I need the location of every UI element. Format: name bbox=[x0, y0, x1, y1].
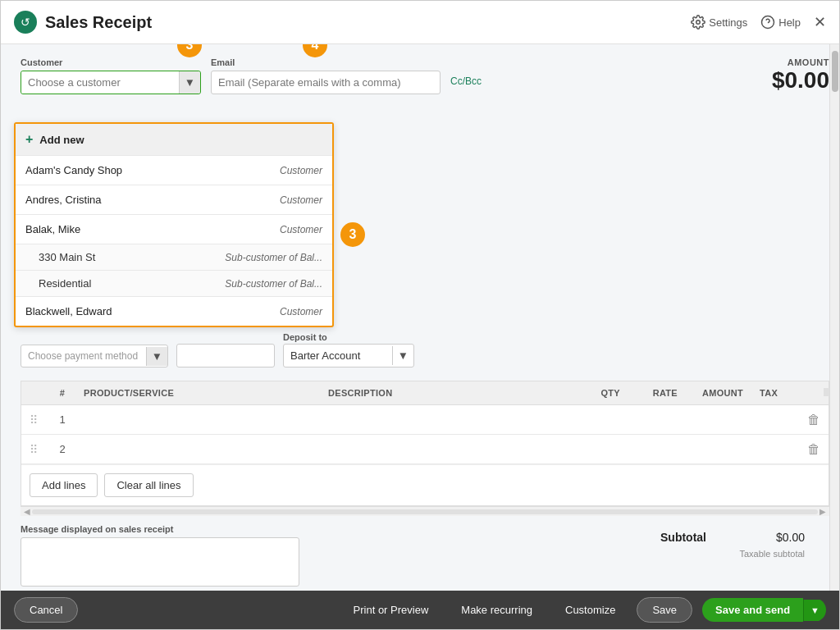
message-label: Message displayed on sales receipt bbox=[21, 524, 299, 534]
drag-handle[interactable]: ⠿ bbox=[21, 413, 46, 427]
svg-point-0 bbox=[696, 21, 701, 25]
amount-cell bbox=[692, 441, 758, 458]
save-button[interactable]: Save bbox=[637, 597, 692, 623]
trash-icon: 🗑 bbox=[807, 413, 820, 427]
col-product-header: PRODUCT/SERVICE bbox=[79, 381, 323, 404]
payment-method-text: Choose payment method bbox=[21, 345, 146, 367]
email-label: Email bbox=[211, 57, 441, 67]
col-amount-header: AMOUNT bbox=[682, 381, 748, 404]
customer-field[interactable]: ▼ bbox=[21, 71, 201, 94]
vertical-scrollbar[interactable] bbox=[829, 44, 839, 591]
settings-button[interactable]: Settings bbox=[691, 15, 747, 30]
deposit-account-dropdown-button[interactable]: ▼ bbox=[392, 346, 413, 365]
deposit-label: Deposit to bbox=[283, 332, 327, 342]
horizontal-scrollbar[interactable]: ◀ ▶ bbox=[21, 506, 829, 516]
close-button[interactable]: ✕ bbox=[814, 13, 826, 31]
dropdown-item[interactable]: Adam's Candy Shop Customer bbox=[16, 155, 332, 185]
make-recurring-button[interactable]: Make recurring bbox=[450, 598, 544, 622]
help-label: Help bbox=[778, 16, 801, 29]
ref-number-input[interactable] bbox=[176, 344, 275, 368]
message-input[interactable] bbox=[21, 537, 299, 587]
product-cell[interactable] bbox=[79, 441, 328, 458]
scroll-left-button[interactable]: ◀ bbox=[22, 507, 32, 516]
tooltip-badge-3-side: 3 bbox=[340, 222, 365, 247]
customer-label: Customer bbox=[21, 57, 201, 67]
table-row: ⠿ 2 🗑 bbox=[21, 435, 829, 464]
tax-cell[interactable] bbox=[758, 412, 799, 428]
app-icon: ↺ bbox=[14, 11, 37, 34]
print-preview-button[interactable]: Print or Preview bbox=[342, 598, 441, 622]
save-send-dropdown-button[interactable]: ▼ bbox=[803, 600, 826, 621]
cancel-button[interactable]: Cancel bbox=[14, 597, 78, 623]
help-button[interactable]: Help bbox=[760, 15, 801, 30]
save-send-button[interactable]: Save and send bbox=[702, 598, 803, 622]
email-input[interactable] bbox=[211, 71, 441, 94]
add-lines-button[interactable]: Add lines bbox=[30, 473, 98, 497]
amount-value: $0.00 bbox=[772, 67, 829, 94]
svg-rect-3 bbox=[824, 388, 829, 396]
rate-cell[interactable] bbox=[635, 412, 692, 428]
scrollbar-track bbox=[32, 509, 818, 514]
col-num-header: # bbox=[46, 381, 79, 404]
payment-method-field[interactable]: Choose payment method ▼ bbox=[21, 345, 168, 368]
tooltip-badge-4: 4 bbox=[303, 44, 327, 57]
scroll-right-button[interactable]: ▶ bbox=[818, 507, 828, 516]
delete-row-button[interactable]: 🗑 bbox=[799, 413, 829, 427]
amount-cell bbox=[692, 412, 758, 428]
trash-icon: 🗑 bbox=[807, 442, 820, 457]
dropdown-subitem[interactable]: 330 Main St Sub-customer of Bal... bbox=[16, 244, 332, 270]
dropdown-item[interactable]: Andres, Cristina Customer bbox=[16, 185, 332, 214]
payment-method-dropdown-button[interactable]: ▼ bbox=[146, 347, 167, 366]
dropdown-item[interactable]: Balak, Mike Customer bbox=[16, 214, 332, 244]
tooltip-badge-3-top: 3 bbox=[177, 44, 202, 57]
footer: Cancel Print or Preview Make recurring C… bbox=[1, 591, 839, 629]
ccbcc-link[interactable]: Cc/Bcc bbox=[450, 75, 482, 87]
description-cell[interactable] bbox=[328, 441, 578, 458]
product-cell[interactable] bbox=[79, 412, 328, 428]
qty-cell[interactable] bbox=[578, 441, 635, 458]
tax-cell[interactable] bbox=[758, 441, 799, 458]
scrollbar-thumb bbox=[832, 51, 838, 92]
customer-dropdown-button[interactable]: ▼ bbox=[179, 71, 200, 94]
add-new-item[interactable]: + Add new bbox=[16, 124, 332, 155]
subtotal-value: $0.00 bbox=[756, 531, 805, 544]
settings-label: Settings bbox=[709, 16, 747, 29]
add-new-icon: + bbox=[25, 132, 33, 147]
deposit-account-text: Barter Account bbox=[284, 345, 392, 367]
clear-lines-button[interactable]: Clear all lines bbox=[104, 473, 193, 497]
row-number: 2 bbox=[46, 435, 79, 463]
drag-handle[interactable]: ⠿ bbox=[21, 443, 46, 456]
subtotal-label: Subtotal bbox=[660, 531, 706, 544]
page-title: Sales Receipt bbox=[45, 13, 152, 32]
col-tax-header: TAX bbox=[748, 381, 789, 404]
col-description-header: DESCRIPTION bbox=[323, 381, 568, 404]
col-rate-header: RATE bbox=[625, 381, 682, 404]
description-cell[interactable] bbox=[328, 412, 578, 428]
customer-dropdown-overlay: 3 + Add new Adam's Candy Shop Customer A… bbox=[14, 122, 334, 327]
customer-input[interactable] bbox=[21, 71, 179, 94]
save-send-group: Save and send ▼ bbox=[702, 598, 826, 622]
delete-row-button[interactable]: 🗑 bbox=[799, 442, 829, 457]
amount-label: AMOUNT bbox=[772, 57, 829, 67]
qty-cell[interactable] bbox=[578, 412, 635, 428]
dropdown-item[interactable]: Blackwell, Edward Customer bbox=[16, 296, 332, 326]
table-header: # PRODUCT/SERVICE DESCRIPTION QTY RATE A… bbox=[21, 381, 829, 405]
rate-cell[interactable] bbox=[635, 441, 692, 458]
col-qty-header: QTY bbox=[568, 381, 625, 404]
row-number: 1 bbox=[46, 405, 79, 434]
table-row: ⠿ 1 🗑 bbox=[21, 405, 829, 435]
deposit-account-field[interactable]: Barter Account ▼ bbox=[283, 344, 414, 368]
taxable-subtotal-label: Taxable subtotal bbox=[740, 549, 806, 559]
table-footer: Add lines Clear all lines bbox=[21, 464, 829, 505]
customize-button[interactable]: Customize bbox=[554, 598, 627, 622]
add-new-label: Add new bbox=[39, 134, 84, 146]
dropdown-subitem[interactable]: Residential Sub-customer of Bal... bbox=[16, 270, 332, 296]
